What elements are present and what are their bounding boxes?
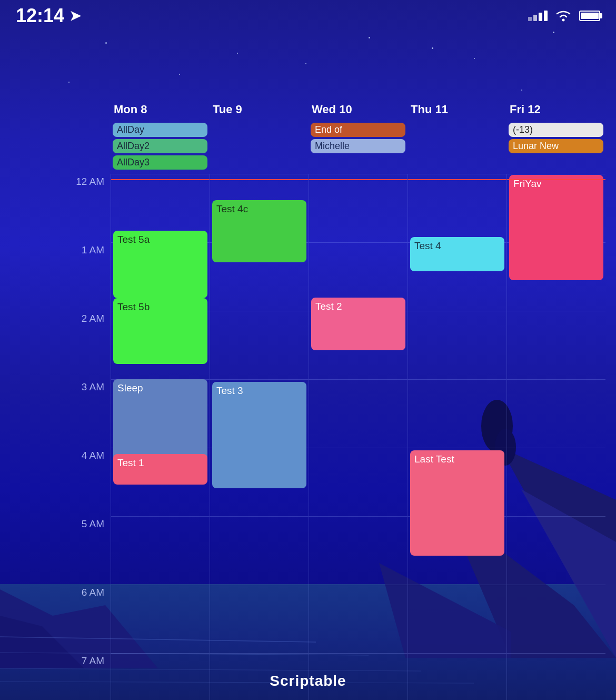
allday-event-minus13[interactable]: (-13) <box>509 123 603 137</box>
time-label-4am: 4 AM <box>63 448 111 516</box>
grid-col-fri: FriYav <box>506 174 605 700</box>
signal-bars-icon <box>528 11 548 21</box>
time-label-12am: 12 AM <box>63 174 111 242</box>
time-text: 12:14 <box>16 5 64 27</box>
day-header-thu: Thu 11 <box>408 103 506 121</box>
day-header-tue: Tue 9 <box>210 103 309 121</box>
time-label-1am: 1 AM <box>63 242 111 311</box>
allday-col-fri: (-13) Lunar New <box>506 123 605 153</box>
grid-col-wed: Test 2 <box>309 174 408 700</box>
grid-col-tue: Test 4c Test 3 <box>210 174 309 700</box>
time-labels: 12 AM 1 AM 2 AM 3 AM 4 AM 5 AM 6 AM 7 AM <box>63 174 111 700</box>
event-test4c[interactable]: Test 4c <box>212 200 306 262</box>
event-test3[interactable]: Test 3 <box>212 382 306 488</box>
allday-section: AllDay AllDay2 AllDay3 End of Michelle (… <box>111 123 605 170</box>
event-test2[interactable]: Test 2 <box>311 298 405 350</box>
calendar-widget: Mon 8 Tue 9 Wed 10 Thu 11 Fri 12 AllDay … <box>63 103 605 700</box>
allday-col-wed: End of Michelle <box>309 123 408 153</box>
day-header-fri: Fri 12 <box>506 103 605 121</box>
footer: Scriptable <box>0 673 616 689</box>
battery-icon <box>579 11 600 21</box>
allday-event-allday3[interactable]: AllDay3 <box>113 155 207 170</box>
allday-event-michelle[interactable]: Michelle <box>311 139 405 153</box>
event-friyav[interactable]: FriYav <box>509 175 603 280</box>
grid-columns: Test 5a Test 5b Sleep Test 1 <box>111 174 605 700</box>
event-sleep[interactable]: Sleep <box>113 379 207 465</box>
time-label-5am: 5 AM <box>63 516 111 585</box>
time-label-6am: 6 AM <box>63 585 111 653</box>
time-grid: 12 AM 1 AM 2 AM 3 AM 4 AM 5 AM 6 AM 7 AM <box>63 174 605 700</box>
event-test1[interactable]: Test 1 <box>113 454 207 485</box>
day-header-wed: Wed 10 <box>309 103 408 121</box>
grid-col-thu: Test 4 Last Test <box>408 174 506 700</box>
event-test5a[interactable]: Test 5a <box>113 231 207 298</box>
day-headers: Mon 8 Tue 9 Wed 10 Thu 11 Fri 12 <box>111 103 605 121</box>
grid-col-mon: Test 5a Test 5b Sleep Test 1 <box>111 174 210 700</box>
current-time-line <box>111 179 210 180</box>
allday-col-mon: AllDay AllDay2 AllDay3 <box>111 123 210 170</box>
allday-event-lunarnew[interactable]: Lunar New <box>509 139 603 153</box>
event-test5b[interactable]: Test 5b <box>113 298 207 364</box>
status-bar: 12:14 ➤ <box>0 0 616 32</box>
time-label-3am: 3 AM <box>63 379 111 448</box>
footer-label: Scriptable <box>270 673 346 689</box>
wifi-icon <box>554 8 573 23</box>
allday-event-endof[interactable]: End of <box>311 123 405 137</box>
status-time: 12:14 ➤ <box>16 5 81 27</box>
event-lasttest[interactable]: Last Test <box>410 450 504 556</box>
time-label-2am: 2 AM <box>63 311 111 379</box>
allday-event-allday[interactable]: AllDay <box>113 123 207 137</box>
svg-point-13 <box>562 19 565 22</box>
location-icon: ➤ <box>69 8 81 24</box>
event-test4[interactable]: Test 4 <box>410 237 504 271</box>
status-icons <box>528 8 600 23</box>
allday-event-allday2[interactable]: AllDay2 <box>113 139 207 153</box>
day-header-mon: Mon 8 <box>111 103 210 121</box>
